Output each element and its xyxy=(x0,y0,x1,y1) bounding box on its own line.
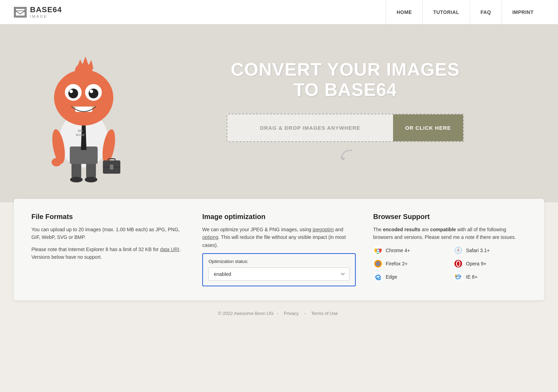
svg-point-21 xyxy=(68,89,78,98)
drag-drop-zone[interactable]: DRAG & DROP IMAGES ANYWHERE xyxy=(227,114,393,141)
browser-support-heading: Browser Support xyxy=(373,213,527,221)
svg-point-23 xyxy=(69,90,73,93)
info-section: File Formats You can upload up to 20 ima… xyxy=(14,199,544,300)
file-formats-heading: File Formats xyxy=(31,213,185,221)
copyright: © 2022 Awesome Bonn UG xyxy=(218,311,273,316)
svg-point-18 xyxy=(54,70,113,126)
image-optimization-para: We can optimize your JPEG & PNG images, … xyxy=(202,226,356,249)
logo: BASE64 IMAGE xyxy=(14,6,62,18)
svg-marker-1 xyxy=(15,11,25,14)
nav-home[interactable]: HOME xyxy=(386,0,422,24)
browser-item-safari: Safari 3.1+ xyxy=(453,246,527,255)
opera-icon xyxy=(453,259,463,269)
data-uri-link[interactable]: data URI xyxy=(160,247,179,252)
hero-section: MR BASE CONVERT YOUR IMAGES TO BASE64 DR… xyxy=(0,24,558,202)
edge-icon xyxy=(373,272,383,282)
upload-area[interactable]: DRAG & DROP IMAGES ANYWHERE OR CLICK HER… xyxy=(227,114,464,142)
browser-item-firefox: Firefox 2+ xyxy=(373,259,446,269)
firefox-icon xyxy=(373,259,383,269)
terms-link[interactable]: Terms of Use xyxy=(311,311,338,316)
svg-point-6 xyxy=(85,177,97,182)
file-formats-para1: You can upload up to 20 images (max. 1.0… xyxy=(31,226,185,241)
browser-item-opera: Opera 9+ xyxy=(453,259,527,269)
logo-title: BASE64 xyxy=(30,6,62,14)
svg-marker-28 xyxy=(82,56,89,66)
logo-text: BASE64 IMAGE xyxy=(30,6,62,18)
svg-point-32 xyxy=(52,158,61,166)
main-nav: HOME TUTORIAL FAQ IMPRINT xyxy=(386,0,544,24)
browser-item-chrome: Chrome 4+ xyxy=(373,246,446,255)
ie-icon xyxy=(453,272,463,282)
hero-title: CONVERT YOUR IMAGES TO BASE64 xyxy=(231,60,460,99)
svg-point-22 xyxy=(89,89,98,98)
svg-point-24 xyxy=(90,90,93,93)
image-optimization-col: Image optimization We can optimize your … xyxy=(202,213,356,286)
ie-label: IE 8+ xyxy=(466,274,477,280)
optimization-select[interactable]: enabled disabled xyxy=(209,267,349,281)
browser-item-ie: IE 8+ xyxy=(453,272,527,282)
arrow-hint xyxy=(335,147,356,164)
svg-point-5 xyxy=(70,177,83,182)
browser-item-edge: Edge xyxy=(373,272,446,282)
logo-subtitle: IMAGE xyxy=(30,14,62,18)
chrome-icon xyxy=(373,246,383,255)
firefox-label: Firefox 2+ xyxy=(386,261,408,266)
image-optimization-heading: Image optimization xyxy=(202,213,356,221)
svg-text:MR: MR xyxy=(78,129,83,133)
browser-support-col: Browser Support The encoded results are … xyxy=(373,213,527,286)
chrome-label: Chrome 4+ xyxy=(386,248,410,253)
safari-label: Safari 3.1+ xyxy=(466,248,490,253)
svg-point-37 xyxy=(377,249,379,251)
nav-faq[interactable]: FAQ xyxy=(470,0,502,24)
svg-rect-0 xyxy=(15,8,25,16)
edge-label: Edge xyxy=(386,274,397,280)
optimization-box: Optimization status: enabled disabled xyxy=(202,253,356,286)
svg-text:BASE: BASE xyxy=(76,133,84,137)
logo-icon xyxy=(14,7,27,17)
svg-rect-13 xyxy=(110,165,113,169)
browser-support-para: The encoded results are compatible with … xyxy=(373,226,527,241)
svg-rect-25 xyxy=(75,107,92,112)
site-header: BASE64 IMAGE HOME TUTORIAL FAQ IMPRINT xyxy=(0,0,558,24)
mascot-illustration: MR BASE xyxy=(35,38,133,185)
mascot-area: MR BASE xyxy=(28,38,140,185)
file-formats-para2: Please note that Internet Explorer 8 has… xyxy=(31,246,185,261)
svg-point-46 xyxy=(377,263,379,265)
nav-tutorial[interactable]: TUTORIAL xyxy=(422,0,470,24)
opera-label: Opera 9+ xyxy=(466,261,487,266)
optimization-status-label: Optimization status: xyxy=(209,259,349,264)
hero-content: CONVERT YOUR IMAGES TO BASE64 DRAG & DRO… xyxy=(140,60,530,163)
browser-grid: Chrome 4+ Safari 3.1+ xyxy=(373,246,527,282)
click-here-button[interactable]: OR CLICK HERE xyxy=(393,114,463,141)
safari-icon xyxy=(453,246,463,255)
site-footer: © 2022 Awesome Bonn UG - Privacy - Terms… xyxy=(0,300,558,326)
file-formats-col: File Formats You can upload up to 20 ima… xyxy=(31,213,185,286)
jpegoptim-link[interactable]: jpegoptim xyxy=(312,227,334,232)
nav-imprint[interactable]: IMPRINT xyxy=(502,0,544,24)
optipng-link[interactable]: optipng xyxy=(202,234,218,240)
privacy-link[interactable]: Privacy xyxy=(284,311,299,316)
